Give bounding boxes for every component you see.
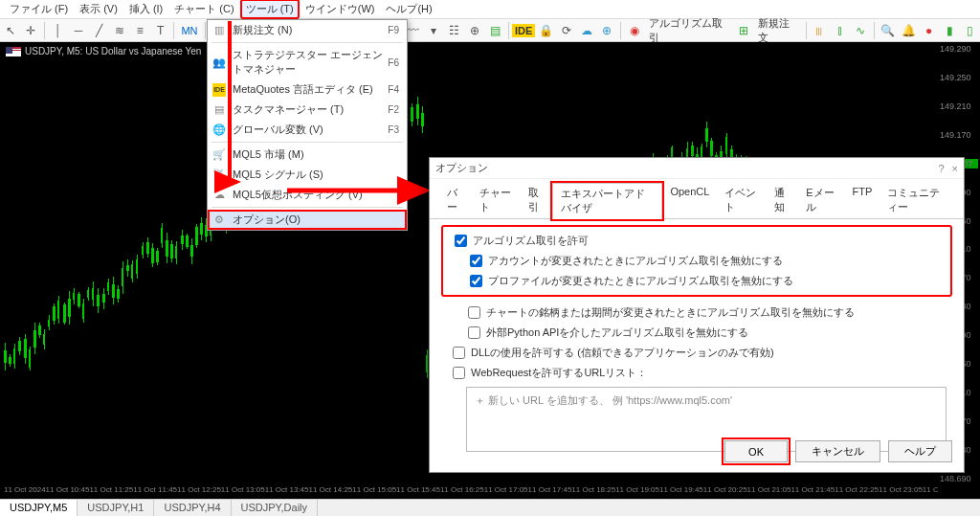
connection-icon[interactable]: ▯	[962, 22, 978, 39]
timeframe-mn[interactable]: MN	[177, 25, 201, 36]
gear-icon: ⚙	[212, 213, 226, 227]
menu-help[interactable]: ヘルプ(H)	[380, 0, 437, 18]
agent-icon: 👥	[212, 56, 226, 69]
toolbar-ide[interactable]: IDE	[512, 24, 535, 37]
chart-candle-icon[interactable]: ☷	[446, 22, 462, 39]
separator	[620, 22, 621, 39]
dialog-body: アルゴリズム取引を許可 アカウントが変更されたときにアルゴリズム取引を無効にする…	[430, 219, 964, 461]
channel-icon[interactable]: ≋	[111, 22, 127, 39]
menu-options[interactable]: ⚙オプション(O)	[208, 210, 407, 230]
market-icon: 🛒	[212, 148, 226, 162]
order-icon: ▥	[212, 24, 226, 37]
stop-icon[interactable]: ◉	[626, 22, 642, 39]
text-icon[interactable]: T	[152, 22, 168, 39]
crosshair-icon[interactable]: ✛	[22, 22, 38, 39]
ok-button[interactable]: OK	[724, 440, 788, 462]
dialog-close-icon[interactable]: ×	[952, 163, 958, 174]
tab-h1[interactable]: USDJPY,H1	[78, 500, 154, 516]
vline-icon[interactable]: │	[50, 22, 66, 39]
opt-allow-webrequest[interactable]: WebRequestを許可するURLリスト：	[453, 363, 947, 383]
layers-icon[interactable]: ▤	[487, 22, 503, 39]
checkbox[interactable]	[470, 275, 482, 287]
tab-chart[interactable]: チャート	[472, 183, 521, 218]
search-icon[interactable]: 🔍	[880, 22, 896, 39]
tab-notify[interactable]: 通知	[767, 183, 799, 218]
dialog-tabs: バー チャート 取引 エキスパートアドバイザ OpenCL イベント 通知 Eメ…	[430, 179, 964, 219]
separator	[173, 22, 174, 39]
separator	[806, 22, 807, 39]
toolbar: ↖ ✛ │ ─ ╱ ≋ ≡ T MN 〰 ▾ ☷ ⊕ ▤ IDE 🔒 ⟳ ☁ ⊕…	[0, 19, 980, 42]
checkbox[interactable]	[468, 306, 480, 319]
candles-icon[interactable]: ⫿	[832, 22, 848, 39]
menubar: ファイル (F) 表示 (V) 挿入 (I) チャート (C) ツール (T) …	[0, 0, 980, 19]
checkbox[interactable]	[470, 255, 482, 267]
cursor-icon[interactable]: ↖	[2, 22, 18, 39]
separator	[212, 207, 403, 208]
toolbar-neworder[interactable]: 新規注文	[754, 16, 803, 45]
tab-bar[interactable]: バー	[439, 183, 472, 218]
dialog-help-icon[interactable]: ?	[938, 163, 944, 174]
plus-icon[interactable]: ⊞	[736, 22, 752, 39]
tab-expert-advisor[interactable]: エキスパートアドバイザ	[552, 183, 662, 219]
globe-icon: 🌐	[212, 123, 226, 137]
dialog-titlebar: オプション ? ×	[430, 158, 964, 179]
signal-icon: 📡	[212, 168, 226, 182]
tab-opencl[interactable]: OpenCL	[662, 183, 717, 218]
wave-icon[interactable]: ∿	[853, 22, 869, 39]
menu-tools[interactable]: ツール (T)	[240, 0, 300, 19]
menu-insert[interactable]: 挿入 (I)	[123, 0, 168, 18]
highlighted-options: アルゴリズム取引を許可 アカウントが変更されたときにアルゴリズム取引を無効にする…	[441, 225, 952, 297]
flag-icon	[6, 47, 21, 56]
ide-icon: IDE	[212, 83, 226, 97]
checkbox[interactable]	[453, 347, 465, 359]
arrow-annotation	[287, 184, 431, 201]
bell-icon[interactable]: 🔔	[900, 22, 916, 39]
opt-allow-dll[interactable]: DLLの使用を許可する (信頼できるアプリケーションのみで有効)	[453, 343, 947, 363]
globe-icon[interactable]: ⊕	[599, 22, 615, 39]
checkbox[interactable]	[455, 235, 467, 247]
chart-tabs: USDJPY,M5 USDJPY,H1 USDJPY,H4 USDJPY,Dai…	[0, 499, 980, 516]
tab-email[interactable]: Eメール	[798, 183, 844, 218]
hline-icon[interactable]: ─	[70, 22, 86, 39]
tab-trade[interactable]: 取引	[521, 183, 553, 218]
bars-icon[interactable]: ⫼	[812, 22, 828, 39]
signal-icon[interactable]: ▮	[941, 22, 957, 39]
opt-disable-on-symbol[interactable]: チャートの銘柄または期間が変更されたときにアルゴリズム取引を無効にする	[468, 303, 947, 323]
opt-disable-on-profile[interactable]: プロファイルが変更されたときにアルゴリズム取引を無効にする	[470, 271, 945, 291]
x-axis: 11 Oct 202411 Oct 10:4511 Oct 11:2511 Oc…	[0, 485, 938, 499]
separator	[205, 22, 206, 39]
cloud-icon: ☁	[212, 189, 226, 202]
tab-h4[interactable]: USDJPY,H4	[154, 500, 231, 516]
help-button[interactable]: ヘルプ	[888, 440, 952, 462]
arrow-annotation	[226, 19, 245, 195]
checkbox[interactable]	[468, 326, 480, 339]
opt-disable-python[interactable]: 外部Python APIを介したアルゴリズム取引を無効にする	[468, 323, 947, 343]
separator	[874, 22, 875, 39]
tab-community[interactable]: コミュニティー	[880, 183, 954, 218]
opt-disable-on-account[interactable]: アカウントが変更されたときにアルゴリズム取引を無効にする	[470, 251, 945, 271]
task-icon: ▤	[212, 103, 226, 117]
trendline-icon[interactable]: ╱	[91, 22, 107, 39]
tab-event[interactable]: イベント	[717, 183, 766, 218]
menu-view[interactable]: 表示 (V)	[74, 0, 123, 18]
tab-m5[interactable]: USDJPY,M5	[0, 500, 78, 516]
toolbar-algo[interactable]: アルゴリズム取引	[645, 16, 734, 45]
refresh-icon[interactable]: ⟳	[558, 22, 574, 39]
alert-icon[interactable]: ●	[921, 22, 937, 39]
opt-allow-algo[interactable]: アルゴリズム取引を許可	[455, 231, 945, 251]
options-dialog: オプション ? × バー チャート 取引 エキスパートアドバイザ OpenCL …	[429, 157, 965, 473]
dialog-buttons: OK キャンセル ヘルプ	[724, 440, 952, 462]
fibo-icon[interactable]: ≡	[132, 22, 148, 39]
zoom-icon[interactable]: ⊕	[466, 22, 482, 39]
menu-file[interactable]: ファイル (F)	[4, 0, 74, 18]
tab-daily[interactable]: USDJPY,Daily	[232, 500, 319, 516]
checkbox[interactable]	[453, 367, 465, 379]
tab-ftp[interactable]: FTP	[845, 183, 880, 218]
lock-icon[interactable]: 🔒	[537, 22, 553, 39]
cloud-icon[interactable]: ☁	[578, 22, 594, 39]
menu-window[interactable]: ウインドウ(W)	[300, 0, 381, 18]
menu-chart[interactable]: チャート (C)	[168, 0, 239, 18]
cancel-button[interactable]: キャンセル	[795, 440, 880, 462]
separator	[508, 22, 509, 39]
chart-bar-icon[interactable]: ▾	[425, 22, 441, 39]
